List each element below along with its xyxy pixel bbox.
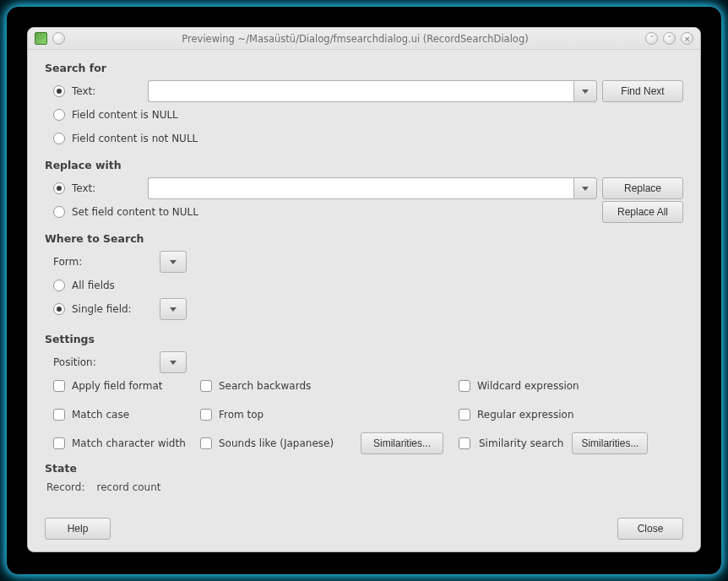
position-row: Position: (45, 350, 683, 374)
match-char-width-checkbox[interactable] (53, 437, 65, 449)
search-backwards-label: Search backwards (219, 380, 311, 392)
search-text-row: Text: Find Next (45, 79, 683, 103)
find-next-button[interactable]: Find Next (602, 80, 683, 102)
dialog-window: Previewing ~/Masaüstü/Dialog/fmsearchdia… (27, 27, 701, 552)
form-label: Form: (53, 256, 82, 268)
from-top-checkbox[interactable] (200, 409, 212, 421)
maximize-button[interactable]: ˄ (663, 32, 676, 45)
single-field-radio[interactable] (53, 303, 65, 315)
search-text-dropdown-button[interactable] (573, 80, 597, 102)
search-backwards-checkbox[interactable] (200, 380, 212, 392)
where-heading: Where to Search (45, 232, 683, 245)
replace-text-input[interactable] (148, 177, 573, 199)
search-null-label: Field content is NULL (72, 109, 178, 121)
wildcard-checkbox[interactable] (459, 380, 470, 392)
replace-null-radio[interactable] (53, 206, 65, 218)
replace-with-heading: Replace with (45, 159, 683, 171)
replace-null-label: Set field content to NULL (72, 206, 198, 218)
search-null-row: Field content is NULL (45, 103, 683, 127)
all-fields-row: All fields (45, 274, 683, 297)
chevron-down-icon (170, 260, 177, 264)
match-char-width-label: Match character width (72, 437, 186, 449)
sounds-like-label: Sounds like (Japanese) (219, 437, 334, 449)
wildcard-label: Wildcard expression (477, 380, 579, 392)
replace-text-dropdown-button[interactable] (573, 177, 597, 199)
from-top-label: From top (219, 409, 263, 421)
record-count: record count (97, 481, 161, 493)
form-dropdown[interactable] (160, 251, 187, 273)
match-case-label: Match case (72, 409, 129, 421)
record-label: Record: (46, 481, 85, 493)
minimize-button[interactable]: ˅ (645, 32, 658, 45)
all-fields-label: All fields (72, 280, 115, 291)
search-text-label: Text: (72, 85, 95, 97)
titlebar: Previewing ~/Masaüstü/Dialog/fmsearchdia… (28, 28, 700, 50)
apply-field-format-label: Apply field format (72, 380, 162, 392)
state-row: Record: record count (45, 481, 683, 493)
search-text-combo (148, 80, 597, 102)
chevron-down-icon (170, 361, 177, 365)
settings-heading: Settings (45, 333, 683, 345)
sounds-like-checkbox[interactable] (200, 437, 212, 449)
dialog-content: Search for Text: Find Next Field content… (28, 50, 700, 509)
replace-button[interactable]: Replace (602, 177, 683, 199)
replace-null-row: Set field content to NULL Replace All (45, 200, 683, 224)
dialog-footer: Help Close (28, 509, 700, 551)
chevron-down-icon (170, 307, 177, 312)
regex-checkbox[interactable] (459, 409, 470, 421)
search-notnull-row: Field content is not NULL (45, 127, 683, 150)
search-text-radio[interactable] (53, 85, 65, 97)
search-null-radio[interactable] (53, 109, 65, 121)
chevron-down-icon (582, 187, 589, 191)
window-close-button[interactable]: × (681, 32, 693, 45)
app-icon (35, 32, 47, 45)
similarities-button[interactable]: Similarities... (572, 432, 648, 454)
replace-text-radio[interactable] (53, 182, 65, 194)
search-text-input[interactable] (148, 80, 573, 102)
search-notnull-radio[interactable] (53, 133, 65, 144)
replace-all-button[interactable]: Replace All (602, 201, 683, 223)
single-field-dropdown[interactable] (160, 298, 187, 320)
match-case-checkbox[interactable] (53, 409, 65, 421)
apply-field-format-checkbox[interactable] (53, 380, 65, 392)
regex-label: Regular expression (477, 409, 574, 421)
similarity-search-checkbox[interactable] (459, 437, 470, 449)
similarities-japanese-button[interactable]: Similarities... (361, 432, 443, 454)
position-dropdown[interactable] (160, 351, 187, 373)
replace-text-combo (148, 177, 597, 199)
close-button[interactable]: Close (617, 518, 683, 540)
single-field-row: Single field: (45, 297, 683, 321)
form-row: Form: (45, 250, 683, 274)
similarity-search-label: Similarity search (479, 437, 563, 449)
replace-text-row: Text: Replace (45, 176, 683, 200)
help-button[interactable]: Help (45, 518, 111, 540)
position-label: Position: (53, 356, 96, 368)
search-for-heading: Search for (45, 62, 683, 74)
shade-button[interactable] (52, 32, 65, 45)
settings-grid: Apply field format Search backwards Wild… (53, 374, 683, 455)
all-fields-radio[interactable] (53, 280, 65, 291)
chevron-down-icon (582, 90, 589, 94)
replace-text-label: Text: (72, 182, 95, 194)
window-title: Previewing ~/Masaüstü/Dialog/fmsearchdia… (65, 33, 645, 45)
search-notnull-label: Field content is not NULL (72, 133, 198, 144)
state-heading: State (45, 462, 683, 475)
single-field-label: Single field: (72, 303, 132, 315)
